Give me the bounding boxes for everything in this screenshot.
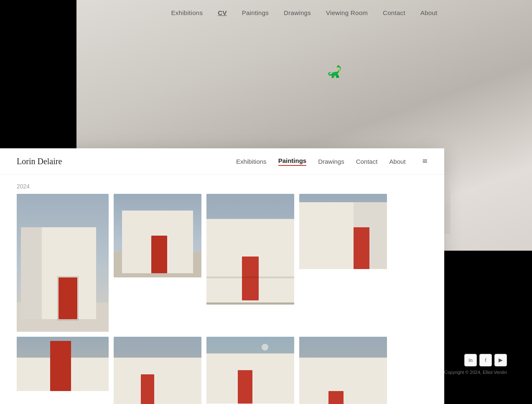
front-site: Lorin Delaire Exhibitions Paintings Draw… bbox=[0, 148, 444, 404]
back-nav-paintings[interactable]: Paintings bbox=[242, 9, 269, 16]
svg-rect-14 bbox=[206, 277, 294, 278]
painting-5-svg bbox=[17, 337, 109, 391]
back-nav-drawings[interactable]: Drawings bbox=[284, 9, 311, 16]
painting-8-svg bbox=[299, 337, 387, 404]
back-nav-exhibitions[interactable]: Exhibitions bbox=[171, 9, 203, 16]
svg-rect-18 bbox=[354, 227, 369, 269]
year-label: 2024 bbox=[0, 175, 444, 194]
front-nav-links: Exhibitions Paintings Drawings Contact A… bbox=[236, 157, 406, 166]
facebook-icon[interactable]: f bbox=[479, 354, 492, 366]
painting-5[interactable] bbox=[17, 337, 109, 391]
svg-rect-21 bbox=[50, 341, 71, 391]
painting-6[interactable] bbox=[114, 337, 201, 404]
back-nav-contact[interactable]: Contact bbox=[383, 9, 405, 16]
back-nav: Exhibitions CV Paintings Drawings Viewin… bbox=[76, 0, 532, 25]
svg-rect-9 bbox=[151, 236, 167, 273]
back-nav-viewing[interactable]: Viewing Room bbox=[326, 9, 368, 16]
gallery-row-1 bbox=[17, 194, 428, 332]
front-nav-drawings[interactable]: Drawings bbox=[318, 158, 344, 165]
social-icons: in f ▶ bbox=[464, 354, 507, 366]
svg-rect-3 bbox=[21, 227, 42, 319]
svg-rect-28 bbox=[238, 370, 252, 404]
hamburger-menu[interactable]: ≡ bbox=[423, 156, 428, 167]
front-nav-exhibitions[interactable]: Exhibitions bbox=[236, 158, 267, 165]
painting-3[interactable] bbox=[206, 194, 294, 305]
painting-7[interactable] bbox=[206, 337, 294, 404]
painting-3-svg bbox=[206, 194, 294, 305]
svg-rect-4 bbox=[59, 277, 77, 319]
back-nav-about[interactable]: About bbox=[420, 9, 438, 16]
painting-4[interactable] bbox=[299, 194, 387, 269]
svg-rect-13 bbox=[242, 257, 259, 300]
front-nav-paintings[interactable]: Paintings bbox=[278, 157, 307, 166]
painting-2-svg bbox=[114, 194, 201, 277]
svg-rect-31 bbox=[328, 391, 344, 404]
painting-2[interactable] bbox=[114, 194, 201, 277]
gallery-row-2 bbox=[17, 337, 428, 404]
back-nav-cv[interactable]: CV bbox=[218, 9, 227, 16]
youtube-icon[interactable]: ▶ bbox=[494, 354, 507, 366]
painting-8[interactable] bbox=[299, 337, 387, 404]
footer-area: in f ▶ Copyright © 2024, Elliot Verdin bbox=[444, 354, 507, 375]
painting-4-svg bbox=[299, 194, 387, 269]
painting-1[interactable] bbox=[17, 194, 109, 332]
dinosaur-icon: 🦕 bbox=[327, 65, 342, 79]
front-nav-contact[interactable]: Contact bbox=[356, 158, 378, 165]
painting-7-svg bbox=[206, 337, 294, 404]
linkedin-icon[interactable]: in bbox=[464, 354, 477, 366]
svg-rect-23 bbox=[114, 358, 201, 404]
svg-point-27 bbox=[262, 344, 268, 351]
front-logo: Lorin Delaire bbox=[17, 157, 62, 166]
painting-1-svg bbox=[17, 194, 109, 332]
front-nav-about[interactable]: About bbox=[389, 158, 405, 165]
gallery-wrapper bbox=[0, 194, 444, 404]
copyright-text: Copyright © 2024, Elliot Verdin bbox=[444, 370, 507, 375]
front-nav: Lorin Delaire Exhibitions Paintings Draw… bbox=[0, 148, 444, 175]
svg-rect-24 bbox=[141, 374, 154, 404]
painting-6-svg bbox=[114, 337, 201, 404]
